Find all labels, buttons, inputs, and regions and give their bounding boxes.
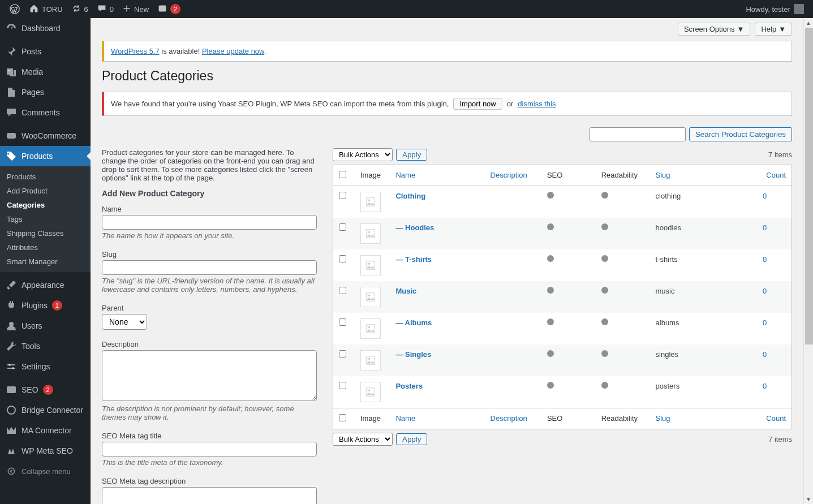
select-all-bottom[interactable] (339, 414, 346, 421)
woo-icon (6, 130, 17, 141)
search-button[interactable]: Search Product Categories (689, 127, 792, 141)
scroll-thumb[interactable] (805, 28, 813, 344)
row-checkbox[interactable] (339, 350, 346, 357)
col-slug[interactable]: Slug (650, 165, 757, 186)
seo-icon (6, 384, 17, 395)
row-checkbox[interactable] (339, 287, 346, 294)
category-name-link[interactable]: Music (395, 287, 416, 295)
col-slug-foot[interactable]: Slug (650, 408, 757, 429)
category-name-link[interactable]: — Albums (395, 318, 432, 327)
help-button[interactable]: Help ▼ (755, 23, 792, 36)
scrollbar[interactable]: ▲ ▼ (803, 18, 813, 504)
count-link[interactable]: 0 (763, 192, 767, 200)
sidebar-item-products[interactable]: Products (0, 146, 91, 166)
updates-count: 6 (84, 5, 88, 14)
sidebar-item-media[interactable]: Media (0, 62, 91, 82)
sidebar-item-settings[interactable]: Settings (0, 356, 91, 377)
scroll-down-icon[interactable]: ▼ (804, 494, 813, 504)
row-checkbox[interactable] (339, 192, 346, 199)
row-checkbox[interactable] (339, 382, 346, 389)
sidebar-label: SEO (21, 385, 38, 394)
sub-item-tags[interactable]: Tags (0, 212, 91, 226)
count-link[interactable]: 0 (763, 318, 767, 327)
sidebar-item-woocommerce[interactable]: WooCommerce (0, 126, 91, 146)
col-description-foot[interactable]: Description (485, 408, 541, 429)
sidebar-item-appearance[interactable]: Appearance (0, 275, 91, 295)
sidebar-item-wpmetaseo[interactable]: WP Meta SEO (0, 441, 91, 461)
row-checkbox[interactable] (339, 255, 346, 262)
dismiss-link[interactable]: dismiss this (518, 100, 556, 108)
update-now-link[interactable]: Please update now (202, 47, 264, 55)
sub-item-products[interactable]: Products (0, 170, 91, 184)
screen-options-button[interactable]: Screen Options ▼ (678, 23, 750, 36)
col-name-foot[interactable]: Name (390, 408, 484, 429)
search-input[interactable] (590, 127, 686, 141)
seo-status-icon (547, 192, 554, 199)
sub-item-add-product[interactable]: Add Product (0, 184, 91, 198)
category-name-link[interactable]: Clothing (395, 192, 425, 200)
count-link[interactable]: 0 (763, 382, 767, 390)
category-name-link[interactable]: — Singles (395, 350, 431, 359)
name-input[interactable] (102, 215, 317, 230)
scroll-up-icon[interactable]: ▲ (804, 18, 813, 28)
apply-button-bottom[interactable]: Apply (396, 433, 427, 445)
apply-button-top[interactable]: Apply (396, 149, 427, 161)
sub-item-attributes[interactable]: Attributes (0, 240, 91, 255)
col-name[interactable]: Name (390, 165, 484, 186)
sub-item-smart-manager[interactable]: Smart Manager (0, 255, 91, 269)
sidebar-item-plugins[interactable]: Plugins 1 (0, 295, 91, 316)
wp-version-link[interactable]: WordPress 5.7 (111, 47, 160, 55)
slug-cell: t-shirts (650, 249, 757, 281)
sidebar-item-ma[interactable]: MA Connector (0, 420, 91, 441)
sub-item-categories[interactable]: Categories (0, 198, 91, 212)
category-name-link[interactable]: — Hoodies (395, 223, 434, 232)
sidebar-collapse[interactable]: Collapse menu (0, 461, 91, 481)
updates-link[interactable]: 6 (67, 0, 93, 18)
admin-toolbar: TORU 6 0 New (0, 0, 813, 18)
col-description[interactable]: Description (485, 165, 541, 186)
scroll-track[interactable] (804, 28, 813, 494)
seo-toolbar-link[interactable]: 2 (153, 0, 185, 18)
col-count[interactable]: Count (757, 165, 792, 186)
sidebar-item-seo[interactable]: SEO 2 (0, 380, 91, 400)
sidebar-item-pages[interactable]: Pages (0, 82, 91, 102)
metadesc-label: SEO Meta tag description (102, 477, 317, 485)
parent-label: Parent (102, 304, 317, 312)
readability-status-icon (601, 255, 608, 262)
slug-cell: clothing (650, 186, 757, 218)
readability-status-icon (601, 318, 608, 325)
description-textarea[interactable] (102, 350, 317, 401)
row-checkbox[interactable] (339, 223, 346, 231)
sidebar-item-comments[interactable]: Comments (0, 102, 91, 123)
metadesc-textarea[interactable] (102, 487, 317, 504)
metatitle-input[interactable] (102, 442, 317, 456)
howdy-link[interactable]: Howdy, tester (741, 0, 808, 18)
row-checkbox[interactable] (339, 318, 346, 326)
sidebar-item-posts[interactable]: Posts (0, 41, 91, 62)
bridge-icon (6, 404, 17, 416)
count-link[interactable]: 0 (763, 255, 767, 264)
bulk-actions-top[interactable]: Bulk Actions (333, 148, 393, 161)
select-all-top[interactable] (339, 171, 346, 178)
import-now-button[interactable]: Import now (453, 98, 502, 110)
parent-select[interactable]: None (102, 314, 147, 330)
sidebar-item-users[interactable]: Users (0, 316, 91, 336)
placeholder-image-icon (360, 223, 381, 244)
sidebar-item-bridge[interactable]: Bridge Connector (0, 400, 91, 420)
comments-link[interactable]: 0 (93, 0, 118, 18)
sidebar-item-tools[interactable]: Tools (0, 336, 91, 356)
sidebar-item-dashboard[interactable]: Dashboard (0, 18, 91, 38)
screen-options-label: Screen Options (684, 25, 735, 33)
wordpress-logo[interactable] (5, 0, 25, 18)
count-link[interactable]: 0 (763, 350, 767, 359)
slug-input[interactable] (102, 260, 317, 275)
site-name-link[interactable]: TORU (25, 0, 67, 18)
count-link[interactable]: 0 (763, 287, 767, 295)
new-link[interactable]: New (118, 0, 153, 18)
category-name-link[interactable]: Posters (395, 382, 423, 390)
category-name-link[interactable]: — T-shirts (395, 255, 432, 264)
bulk-actions-bottom[interactable]: Bulk Actions (333, 433, 393, 446)
col-count-foot[interactable]: Count (757, 408, 792, 429)
count-link[interactable]: 0 (763, 223, 767, 232)
sub-item-shipping[interactable]: Shipping Classes (0, 226, 91, 240)
